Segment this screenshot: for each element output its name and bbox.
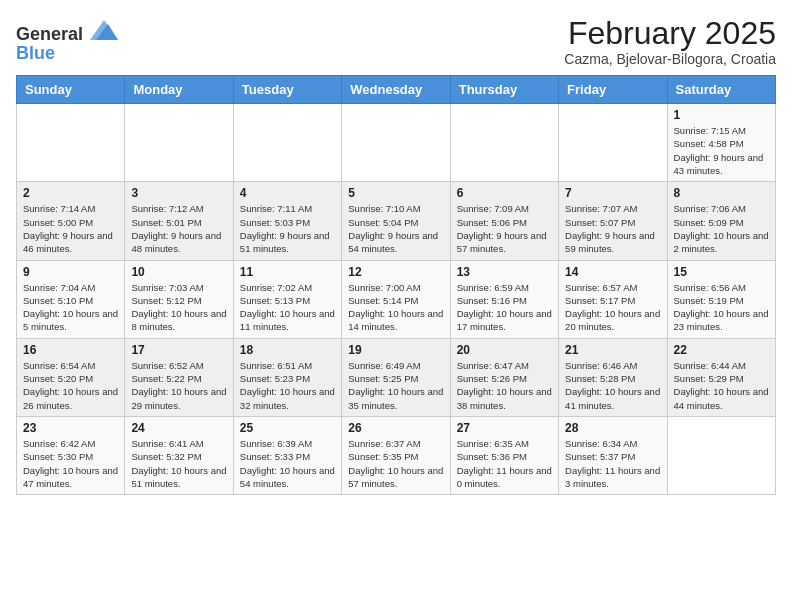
calendar-cell: 25Sunrise: 6:39 AM Sunset: 5:33 PM Dayli…: [233, 416, 341, 494]
calendar-cell: 20Sunrise: 6:47 AM Sunset: 5:26 PM Dayli…: [450, 338, 558, 416]
day-info: Sunrise: 6:44 AM Sunset: 5:29 PM Dayligh…: [674, 359, 769, 412]
day-info: Sunrise: 6:39 AM Sunset: 5:33 PM Dayligh…: [240, 437, 335, 490]
calendar-cell: 28Sunrise: 6:34 AM Sunset: 5:37 PM Dayli…: [559, 416, 667, 494]
day-number: 5: [348, 186, 443, 200]
day-info: Sunrise: 7:09 AM Sunset: 5:06 PM Dayligh…: [457, 202, 552, 255]
day-info: Sunrise: 7:06 AM Sunset: 5:09 PM Dayligh…: [674, 202, 769, 255]
day-number: 20: [457, 343, 552, 357]
calendar-cell: 9Sunrise: 7:04 AM Sunset: 5:10 PM Daylig…: [17, 260, 125, 338]
calendar-cell: 12Sunrise: 7:00 AM Sunset: 5:14 PM Dayli…: [342, 260, 450, 338]
day-info: Sunrise: 6:37 AM Sunset: 5:35 PM Dayligh…: [348, 437, 443, 490]
calendar-cell: [125, 104, 233, 182]
day-number: 25: [240, 421, 335, 435]
calendar-cell: 17Sunrise: 6:52 AM Sunset: 5:22 PM Dayli…: [125, 338, 233, 416]
day-info: Sunrise: 7:14 AM Sunset: 5:00 PM Dayligh…: [23, 202, 118, 255]
calendar-week-5: 23Sunrise: 6:42 AM Sunset: 5:30 PM Dayli…: [17, 416, 776, 494]
calendar-cell: [667, 416, 775, 494]
day-info: Sunrise: 6:59 AM Sunset: 5:16 PM Dayligh…: [457, 281, 552, 334]
day-info: Sunrise: 7:00 AM Sunset: 5:14 PM Dayligh…: [348, 281, 443, 334]
calendar-cell: 10Sunrise: 7:03 AM Sunset: 5:12 PM Dayli…: [125, 260, 233, 338]
calendar-cell: 15Sunrise: 6:56 AM Sunset: 5:19 PM Dayli…: [667, 260, 775, 338]
day-info: Sunrise: 6:34 AM Sunset: 5:37 PM Dayligh…: [565, 437, 660, 490]
calendar-cell: 19Sunrise: 6:49 AM Sunset: 5:25 PM Dayli…: [342, 338, 450, 416]
day-number: 22: [674, 343, 769, 357]
calendar-title: February 2025: [564, 16, 776, 51]
day-info: Sunrise: 6:49 AM Sunset: 5:25 PM Dayligh…: [348, 359, 443, 412]
day-number: 6: [457, 186, 552, 200]
calendar-cell: 22Sunrise: 6:44 AM Sunset: 5:29 PM Dayli…: [667, 338, 775, 416]
logo-icon: [90, 20, 118, 40]
calendar-header: SundayMondayTuesdayWednesdayThursdayFrid…: [17, 76, 776, 104]
day-number: 23: [23, 421, 118, 435]
day-info: Sunrise: 7:03 AM Sunset: 5:12 PM Dayligh…: [131, 281, 226, 334]
logo-blue-text: Blue: [16, 43, 55, 63]
calendar-cell: 11Sunrise: 7:02 AM Sunset: 5:13 PM Dayli…: [233, 260, 341, 338]
weekday-header-row: SundayMondayTuesdayWednesdayThursdayFrid…: [17, 76, 776, 104]
weekday-header-tuesday: Tuesday: [233, 76, 341, 104]
day-number: 27: [457, 421, 552, 435]
calendar-cell: 6Sunrise: 7:09 AM Sunset: 5:06 PM Daylig…: [450, 182, 558, 260]
day-info: Sunrise: 6:51 AM Sunset: 5:23 PM Dayligh…: [240, 359, 335, 412]
day-info: Sunrise: 6:42 AM Sunset: 5:30 PM Dayligh…: [23, 437, 118, 490]
day-info: Sunrise: 6:41 AM Sunset: 5:32 PM Dayligh…: [131, 437, 226, 490]
day-number: 10: [131, 265, 226, 279]
day-info: Sunrise: 7:07 AM Sunset: 5:07 PM Dayligh…: [565, 202, 660, 255]
calendar-cell: 24Sunrise: 6:41 AM Sunset: 5:32 PM Dayli…: [125, 416, 233, 494]
weekday-header-sunday: Sunday: [17, 76, 125, 104]
day-info: Sunrise: 6:47 AM Sunset: 5:26 PM Dayligh…: [457, 359, 552, 412]
day-number: 26: [348, 421, 443, 435]
calendar-cell: 18Sunrise: 6:51 AM Sunset: 5:23 PM Dayli…: [233, 338, 341, 416]
calendar-cell: [342, 104, 450, 182]
calendar-cell: 8Sunrise: 7:06 AM Sunset: 5:09 PM Daylig…: [667, 182, 775, 260]
calendar-cell: 14Sunrise: 6:57 AM Sunset: 5:17 PM Dayli…: [559, 260, 667, 338]
calendar-week-1: 1Sunrise: 7:15 AM Sunset: 4:58 PM Daylig…: [17, 104, 776, 182]
day-number: 13: [457, 265, 552, 279]
title-block: February 2025 Cazma, Bjelovar-Bilogora, …: [564, 16, 776, 67]
day-number: 14: [565, 265, 660, 279]
day-info: Sunrise: 6:56 AM Sunset: 5:19 PM Dayligh…: [674, 281, 769, 334]
day-info: Sunrise: 6:54 AM Sunset: 5:20 PM Dayligh…: [23, 359, 118, 412]
calendar-week-2: 2Sunrise: 7:14 AM Sunset: 5:00 PM Daylig…: [17, 182, 776, 260]
weekday-header-monday: Monday: [125, 76, 233, 104]
day-number: 28: [565, 421, 660, 435]
calendar-subtitle: Cazma, Bjelovar-Bilogora, Croatia: [564, 51, 776, 67]
calendar-cell: 4Sunrise: 7:11 AM Sunset: 5:03 PM Daylig…: [233, 182, 341, 260]
calendar-cell: 16Sunrise: 6:54 AM Sunset: 5:20 PM Dayli…: [17, 338, 125, 416]
page-header: General Blue February 2025 Cazma, Bjelov…: [16, 16, 776, 67]
day-number: 16: [23, 343, 118, 357]
day-info: Sunrise: 7:15 AM Sunset: 4:58 PM Dayligh…: [674, 124, 769, 177]
day-info: Sunrise: 7:11 AM Sunset: 5:03 PM Dayligh…: [240, 202, 335, 255]
calendar-cell: [559, 104, 667, 182]
day-number: 17: [131, 343, 226, 357]
day-number: 3: [131, 186, 226, 200]
calendar-week-3: 9Sunrise: 7:04 AM Sunset: 5:10 PM Daylig…: [17, 260, 776, 338]
weekday-header-thursday: Thursday: [450, 76, 558, 104]
calendar-week-4: 16Sunrise: 6:54 AM Sunset: 5:20 PM Dayli…: [17, 338, 776, 416]
calendar-cell: 27Sunrise: 6:35 AM Sunset: 5:36 PM Dayli…: [450, 416, 558, 494]
calendar-body: 1Sunrise: 7:15 AM Sunset: 4:58 PM Daylig…: [17, 104, 776, 495]
day-info: Sunrise: 6:35 AM Sunset: 5:36 PM Dayligh…: [457, 437, 552, 490]
calendar-cell: 13Sunrise: 6:59 AM Sunset: 5:16 PM Dayli…: [450, 260, 558, 338]
calendar-cell: 21Sunrise: 6:46 AM Sunset: 5:28 PM Dayli…: [559, 338, 667, 416]
calendar-cell: [450, 104, 558, 182]
calendar-cell: 7Sunrise: 7:07 AM Sunset: 5:07 PM Daylig…: [559, 182, 667, 260]
weekday-header-saturday: Saturday: [667, 76, 775, 104]
calendar-cell: [17, 104, 125, 182]
calendar-cell: 5Sunrise: 7:10 AM Sunset: 5:04 PM Daylig…: [342, 182, 450, 260]
day-number: 21: [565, 343, 660, 357]
weekday-header-friday: Friday: [559, 76, 667, 104]
logo: General Blue: [16, 20, 118, 63]
day-info: Sunrise: 6:46 AM Sunset: 5:28 PM Dayligh…: [565, 359, 660, 412]
day-info: Sunrise: 7:04 AM Sunset: 5:10 PM Dayligh…: [23, 281, 118, 334]
day-number: 24: [131, 421, 226, 435]
day-info: Sunrise: 6:52 AM Sunset: 5:22 PM Dayligh…: [131, 359, 226, 412]
calendar-cell: 1Sunrise: 7:15 AM Sunset: 4:58 PM Daylig…: [667, 104, 775, 182]
weekday-header-wednesday: Wednesday: [342, 76, 450, 104]
day-info: Sunrise: 7:02 AM Sunset: 5:13 PM Dayligh…: [240, 281, 335, 334]
calendar-cell: 2Sunrise: 7:14 AM Sunset: 5:00 PM Daylig…: [17, 182, 125, 260]
day-number: 7: [565, 186, 660, 200]
day-info: Sunrise: 7:10 AM Sunset: 5:04 PM Dayligh…: [348, 202, 443, 255]
calendar-cell: [233, 104, 341, 182]
day-number: 2: [23, 186, 118, 200]
day-number: 15: [674, 265, 769, 279]
